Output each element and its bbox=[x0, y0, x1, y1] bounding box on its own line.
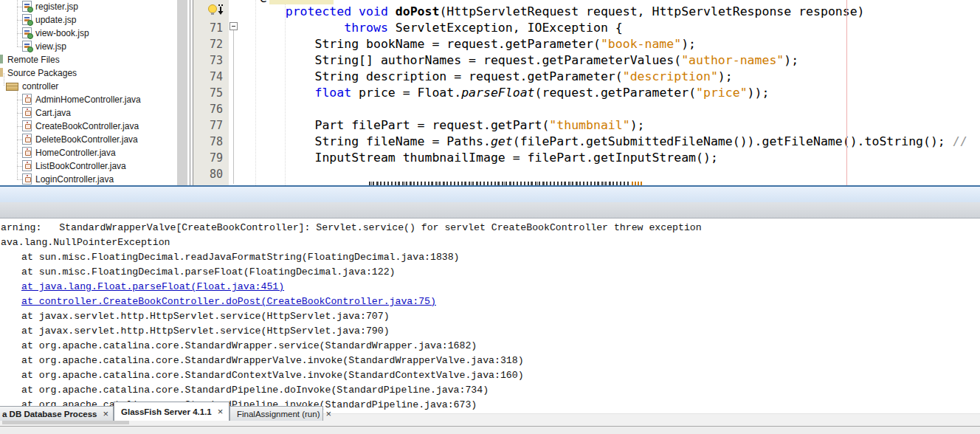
stacktrace-link[interactable]: at java.lang.Float.parseFloat(Float.java… bbox=[21, 281, 284, 292]
close-icon[interactable]: × bbox=[97, 409, 108, 418]
code-token: ServletException, IOException { bbox=[388, 21, 623, 35]
code-token: protected bbox=[286, 4, 351, 18]
close-icon[interactable]: × bbox=[212, 407, 224, 416]
tree-connector bbox=[17, 100, 22, 100]
tree-item[interactable]: Source Packages bbox=[0, 66, 177, 80]
line-number: 71 bbox=[193, 20, 229, 36]
occurrence-highlight bbox=[269, 0, 334, 4]
output-tab-label: FinalAssignment (run) bbox=[237, 410, 320, 418]
java-class-icon bbox=[22, 147, 32, 158]
jsp-file-icon bbox=[22, 41, 32, 52]
code-editor[interactable]: protected void doPost(HttpServletRequest… bbox=[245, 0, 980, 186]
java-class-icon bbox=[22, 120, 32, 131]
tree-item[interactable]: view-book.jsp bbox=[0, 27, 177, 40]
output-line: ava.lang.NullPointerException bbox=[1, 235, 980, 250]
code-token: ); bbox=[784, 53, 798, 67]
tree-item[interactable]: Remote Files bbox=[0, 53, 177, 66]
tree-item-label: view-book.jsp bbox=[35, 28, 89, 38]
code-token: String[] authorNames = request.getParame… bbox=[256, 53, 681, 67]
line-number: 75 bbox=[193, 85, 229, 101]
output-tab-bar[interactable]: a DB Database Process×GlassFish Server 4… bbox=[0, 202, 980, 218]
hint-bulb-icon[interactable] bbox=[207, 4, 227, 17]
java-class-icon bbox=[22, 107, 32, 118]
output-line-text: at javax.servlet.http.HttpServlet.servic… bbox=[21, 311, 390, 322]
code-fold-toggle[interactable] bbox=[230, 22, 238, 30]
tree-scrollbar[interactable] bbox=[177, 0, 187, 186]
code-token: (request.getParameter( bbox=[535, 86, 697, 100]
output-line: at java.lang.Float.parseFloat(Float.java… bbox=[1, 280, 980, 294]
output-line-text: at sun.misc.FloatingDecimal.parseFloat(F… bbox=[21, 266, 395, 278]
tree-item-label: AdminHomeController.java bbox=[35, 94, 141, 105]
line-number: 79 bbox=[193, 150, 229, 166]
output-tab[interactable]: FinalAssignment (run)× bbox=[230, 406, 323, 421]
output-tab[interactable]: GlassFish Server 4.1.1× bbox=[114, 402, 230, 421]
tree-item-label: Remote Files bbox=[7, 55, 60, 65]
code-token: doPost bbox=[396, 4, 440, 18]
tree-connector bbox=[17, 140, 22, 140]
right-margin-line bbox=[846, 0, 847, 185]
tree-item[interactable]: Cart.java bbox=[0, 106, 177, 120]
line-number: 73 bbox=[193, 52, 229, 69]
output-line-text: at org.apache.catalina.core.StandardWrap… bbox=[21, 355, 524, 366]
code-area: protected void doPost(HttpServletRequest… bbox=[256, 4, 980, 182]
gutter-numbers: 71727374757677787980 bbox=[193, 0, 229, 186]
output-line: at org.apache.catalina.core.StandardWrap… bbox=[1, 354, 980, 368]
code-token bbox=[256, 4, 286, 18]
code-token: // bbox=[953, 134, 975, 148]
java-class-icon bbox=[22, 160, 32, 171]
code-token bbox=[351, 4, 359, 18]
splitter-band[interactable] bbox=[0, 187, 980, 202]
tree-item[interactable]: register.jsp bbox=[0, 0, 177, 13]
line-number: 80 bbox=[193, 166, 229, 182]
code-token: "book-name" bbox=[601, 37, 681, 51]
close-icon[interactable]: × bbox=[320, 409, 331, 418]
jsp-file-icon bbox=[22, 1, 32, 12]
code-token: get bbox=[491, 134, 513, 148]
tree-item-label: register.jsp bbox=[35, 1, 78, 12]
tree-connector bbox=[17, 7, 22, 7]
tree-item-label: controller bbox=[22, 81, 58, 92]
tree-item[interactable]: view.jsp bbox=[0, 40, 177, 53]
code-token: InputStream thumbnailImage = filePart.ge… bbox=[256, 151, 718, 165]
java-class-icon bbox=[22, 134, 32, 145]
tree-item-label: HomeController.java bbox=[35, 148, 116, 158]
source-packages-icon bbox=[0, 68, 3, 77]
tree-item[interactable]: LoginController.java bbox=[0, 173, 177, 186]
output-line: at org.apache.catalina.core.StandardPipe… bbox=[1, 383, 980, 398]
tree-connector bbox=[17, 179, 22, 180]
tree-item[interactable]: DeleteBookController.java bbox=[0, 133, 177, 146]
tree-item[interactable]: update.jsp bbox=[0, 13, 177, 27]
output-line-text: at sun.misc.FloatingDecimal.readJavaForm… bbox=[21, 252, 460, 263]
tree-connector bbox=[17, 20, 22, 21]
output-line: at controller.CreateBookController.doPos… bbox=[1, 294, 980, 309]
line-number: 72 bbox=[193, 36, 229, 52]
code-token bbox=[388, 4, 396, 18]
code-token: price = Float. bbox=[351, 86, 461, 100]
code-token: (HttpServletRequest request, HttpServlet… bbox=[439, 4, 864, 18]
code-token: ); bbox=[681, 37, 696, 51]
tree-item[interactable]: AdminHomeController.java bbox=[0, 93, 177, 106]
tree-item[interactable]: CreateBookController.java bbox=[0, 120, 177, 133]
project-tree[interactable]: register.jspupdate.jspview-book.jspview.… bbox=[0, 0, 177, 186]
output-tab[interactable]: a DB Database Process× bbox=[0, 406, 114, 421]
code-token: String description = request.getParamete… bbox=[256, 69, 623, 83]
code-token: "price" bbox=[696, 86, 748, 100]
code-line: String fileName = Paths.get(filePart.get… bbox=[256, 134, 980, 150]
output-tab-label: a DB Database Process bbox=[2, 410, 97, 418]
java-class-icon bbox=[22, 173, 32, 185]
output-line: arning: StandardWrapperValve[CreateBookC… bbox=[1, 221, 980, 235]
tree-item-label: view.jsp bbox=[35, 41, 66, 52]
output-line-text: at javax.servlet.http.HttpServlet.servic… bbox=[21, 326, 390, 337]
output-line: at javax.servlet.http.HttpServlet.servic… bbox=[1, 324, 980, 339]
tree-item[interactable]: controller bbox=[0, 80, 177, 93]
line-number: 78 bbox=[193, 134, 229, 150]
stacktrace-link[interactable]: at controller.CreateBookController.doPos… bbox=[21, 296, 436, 307]
tree-item[interactable]: ListBookController.java bbox=[0, 159, 177, 173]
output-text[interactable]: arning: StandardWrapperValve[CreateBookC… bbox=[0, 218, 980, 413]
java-class-icon bbox=[22, 94, 32, 105]
output-line: at org.apache.catalina.core.StandardCont… bbox=[1, 368, 980, 383]
code-token: )); bbox=[748, 86, 770, 100]
tree-item[interactable]: HomeController.java bbox=[0, 146, 177, 159]
tree-item-label: Source Packages bbox=[7, 68, 77, 78]
output-line-text: at org.apache.catalina.core.StandardCont… bbox=[21, 370, 524, 381]
